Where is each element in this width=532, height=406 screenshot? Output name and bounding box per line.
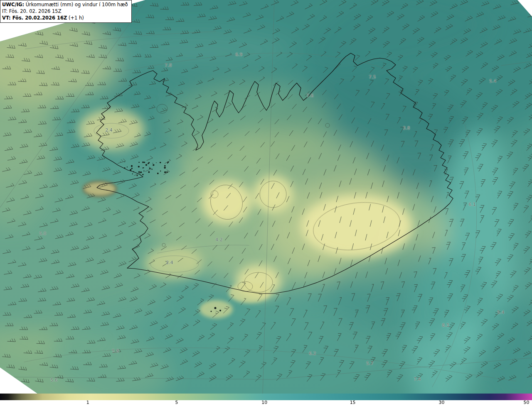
map-canvas: 6.97.87.57.65.43.82.46.15.04.22.45.48.35… [0, 0, 532, 394]
colorbar: 1510153050 [0, 394, 532, 406]
init-time-line: IT: Fös. 20. 02. 2026 15Z [2, 8, 128, 15]
colorbar-tick-label: 30 [438, 400, 444, 405]
legend-box: UWC/IG: Úrkomumætti (mm) og vindur í 100… [0, 0, 132, 23]
precip-shading [0, 0, 532, 394]
colorbar-tick-label: 5 [175, 400, 178, 405]
map-title: Úrkomumætti (mm) og vindur í 100m hæð [24, 2, 128, 7]
colorbar-ticks: 1510153050 [0, 400, 532, 406]
colorbar-tick-label: 50 [524, 400, 530, 405]
valid-time-offset: (+1 h) [67, 15, 84, 21]
valid-time: VT: Fös. 20.02.2026 16Z [2, 15, 67, 21]
colorbar-tick-label: 10 [261, 400, 267, 405]
map-svg [0, 0, 532, 394]
legend-title-line: UWC/IG: Úrkomumætti (mm) og vindur í 100… [2, 1, 128, 8]
colorbar-gradient [0, 394, 532, 400]
colorbar-tick-label: 1 [86, 400, 89, 405]
valid-time-line: VT: Fös. 20.02.2026 16Z (+1 h) [2, 15, 128, 21]
weather-map-page: 6.97.87.57.65.43.82.46.15.04.22.45.48.35… [0, 0, 532, 406]
colorbar-tick-label: 15 [350, 400, 356, 405]
product-code: UWC/IG: [2, 2, 24, 7]
